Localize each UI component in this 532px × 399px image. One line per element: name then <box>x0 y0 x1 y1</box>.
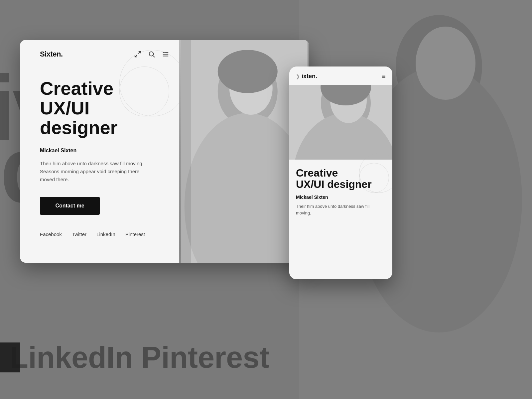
desktop-left-panel: Sixten. <box>20 40 179 263</box>
search-icon[interactable] <box>148 51 155 58</box>
nav-icons-group <box>134 51 169 58</box>
desktop-author-name: Mickael Sixten <box>40 148 159 154</box>
social-linkedin[interactable]: LinkedIn <box>96 231 115 237</box>
bg-bottom-social: LinkedIn Pinterest <box>10 342 269 372</box>
desktop-logo: Sixten. <box>40 50 63 59</box>
mobile-author-name: Mickael Sixten <box>296 195 386 200</box>
menu-icon[interactable] <box>162 51 169 58</box>
mobile-hero-title: Creative UX/UI designer <box>296 168 386 190</box>
expand-icon[interactable] <box>134 51 141 58</box>
desktop-card: Sixten. <box>20 40 309 263</box>
mobile-description: Their him above unto darkness saw fill m… <box>296 203 386 216</box>
svg-point-7 <box>149 52 153 56</box>
desktop-description: Their him above unto darkness saw fill m… <box>40 160 153 184</box>
social-links-group: Facebook Twitter LinkedIn Pinterest <box>40 231 159 237</box>
mobile-menu-icon[interactable]: ≡ <box>382 72 386 80</box>
mobile-logo: ❯ ixten. <box>296 73 317 80</box>
svg-rect-19 <box>181 40 191 263</box>
svg-line-5 <box>138 52 140 54</box>
svg-point-18 <box>217 50 277 93</box>
desktop-hero-title: Creative UX/UI designer <box>40 79 159 137</box>
mobile-content: Creative UX/UI designer Mickael Sixten T… <box>289 160 392 279</box>
mobile-card: ❯ ixten. ≡ Creative UX/UI designer <box>289 66 392 279</box>
svg-point-4 <box>416 27 475 100</box>
mobile-nav: ❯ ixten. ≡ <box>289 66 392 85</box>
desktop-nav: Sixten. <box>40 50 169 59</box>
svg-line-8 <box>153 56 155 58</box>
svg-line-6 <box>135 55 137 57</box>
contact-button[interactable]: Contact me <box>40 197 100 215</box>
social-pinterest[interactable]: Pinterest <box>125 231 145 237</box>
social-twitter[interactable]: Twitter <box>72 231 86 237</box>
social-facebook[interactable]: Facebook <box>40 231 62 237</box>
